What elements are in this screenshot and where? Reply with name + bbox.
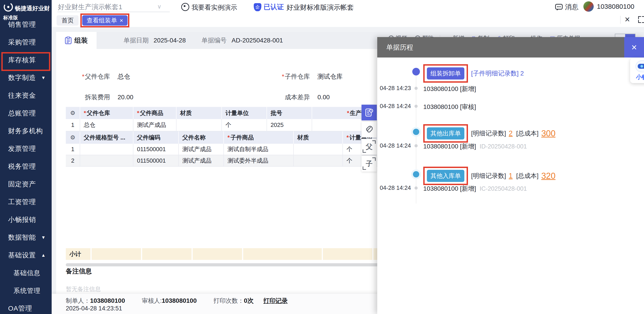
timeline-event: 1038080100 [审核] — [423, 103, 480, 111]
timeline-group-2: 其他入库单[明细记录数]1[总成本]320 — [423, 167, 559, 185]
parent-table-header-row: ⚙*父件仓库*父件商品材质计量单位批号*生产数量 — [66, 107, 378, 119]
sidebar-item-1[interactable]: 采购管理 — [0, 34, 52, 51]
child-table-row[interactable]: 1011500001测试产成品测试自制半成品个 — [66, 144, 378, 155]
doc-history-timeline: 组装拆卸单[子件明细记录数] 204-28 14:231038080100 [新… — [377, 58, 644, 314]
sidebar-item-8[interactable]: 税务管理 — [0, 158, 52, 176]
doc-date-label: 单据日期 — [124, 36, 149, 45]
annotation-box-badge: 其他入库单 — [423, 167, 468, 185]
timeline-meta: [总成本] — [516, 172, 539, 180]
parent-item-table: ⚙*父件仓库*父件商品材质计量单位批号*生产数量1总仓测试产成品个20251.0… — [66, 107, 378, 132]
timeline-event-doc-no: IC-20250428-001 — [480, 185, 527, 192]
required-asterisk: * — [228, 134, 230, 141]
chevron-up-icon: ▲ — [41, 253, 46, 258]
column-settings-gear-icon[interactable]: ⚙ — [66, 107, 80, 119]
timeline-meta: [明细记录数] — [471, 172, 506, 180]
tab-assembly[interactable]: 组装 — [56, 32, 96, 49]
account-selector-underline — [58, 12, 170, 12]
required-asterisk: * — [84, 110, 86, 116]
doc-history-button[interactable] — [362, 105, 377, 120]
tab-home[interactable]: 首页 — [56, 15, 78, 26]
print-log-link[interactable]: 打印记录 — [264, 298, 288, 304]
sidebar-item-15[interactable]: 系统管理 — [0, 282, 52, 300]
child-table-cell — [294, 155, 343, 167]
child-table-cell: 011500001 — [134, 155, 179, 167]
gear-icon: ⚙ — [70, 134, 75, 141]
doc-no-label: 单据编号 — [202, 36, 226, 45]
sidebar-item-label: 数据智能 — [8, 233, 36, 242]
sidebar-item-label: OA管理 — [8, 304, 32, 313]
child-table-col-header: 父件名称 — [179, 132, 224, 144]
timeline-event-text: 1038080100 [新增] — [423, 85, 476, 93]
close-tab-icon[interactable]: × — [120, 17, 123, 24]
sidebar-item-13[interactable]: 基础设置▲ — [0, 246, 52, 264]
sidebar-item-label: 系统管理 — [14, 286, 40, 295]
expand-parent-button[interactable]: 父 — [362, 139, 377, 154]
sidebar-item-11[interactable]: 小畅报销 — [0, 211, 52, 229]
sidebar-item-label: 基础信息 — [14, 269, 40, 278]
panel-close-button[interactable]: × — [624, 37, 644, 58]
sidebar-item-5[interactable]: 总账管理 — [0, 104, 52, 122]
child-item-table: ⚙父件规格型号 ...父件编码父件名称*子件商品材质*计量单位101150000… — [66, 132, 378, 167]
timeline-meta[interactable]: 2 — [509, 129, 513, 138]
child-char-icon: 子 — [366, 159, 372, 168]
parent-table-col-header: 材质 — [176, 107, 222, 119]
expand-child-button[interactable]: 子 — [362, 156, 377, 172]
timeline-meta: [子件明细记录数] 2 — [471, 69, 524, 78]
child-table-row[interactable]: 2011500001测试产成品测试委外半成品个 — [66, 155, 378, 167]
child-table-cell: 测试产成品 — [179, 144, 224, 155]
tab-view-assembly-order[interactable]: 查看组装单 × — [82, 15, 128, 26]
auditor-label: 审核人: — [142, 298, 162, 304]
sidebar-item-3[interactable]: 数字制造▼ — [0, 69, 52, 87]
close-icon[interactable]: × — [625, 14, 630, 24]
sidebar-item-14[interactable]: 基础信息 — [0, 264, 52, 282]
chevron-down-icon: ∨ — [157, 3, 162, 10]
child-table-cell — [80, 144, 134, 155]
floating-side-toolbar: 父 子 — [362, 105, 377, 173]
sidebar-item-label: 数字制造 — [8, 73, 36, 82]
timeline-event-text: 1038080100 [审核] — [423, 103, 476, 111]
user-id[interactable]: 1038080100 — [597, 3, 634, 10]
subtotal-cell — [193, 248, 242, 260]
topbar: 好业财生产演示帐套1 ∨ 我要看实例演示 企 已认证 好业财标准版演示帐套 消息… — [52, 0, 644, 13]
enterprise-shield-icon: 企 — [254, 3, 261, 11]
sidebar-item-7[interactable]: 发票管理 — [0, 140, 52, 158]
sidebar-item-16[interactable]: OA管理 — [0, 300, 52, 314]
sidebar-item-0[interactable]: 销售管理 — [0, 16, 52, 34]
child-table-col-header: 父件规格型号 ... — [80, 132, 134, 144]
parent-table-cell — [176, 119, 222, 132]
auditor-value: 1038080100 — [162, 297, 197, 304]
demo-example-link[interactable]: 我要看实例演示 — [181, 3, 237, 12]
maker-value: 1038080100 — [90, 297, 125, 304]
parent-table-row[interactable]: 1总仓测试产成品个20251.00 — [66, 119, 378, 132]
column-settings-gear-icon[interactable]: ⚙ — [66, 132, 80, 144]
parent-table-cell: 总仓 — [80, 119, 134, 132]
certified-badge[interactable]: 企 已认证 — [254, 2, 284, 12]
sidebar-item-label: 往来资金 — [8, 91, 36, 100]
doc-type-badge[interactable]: 其他入库单 — [427, 170, 464, 182]
chevron-down-icon: ▼ — [41, 75, 46, 80]
assistant-widget[interactable]: 小畅 — [630, 58, 644, 83]
sidebar-item-4[interactable]: 往来资金 — [0, 87, 52, 104]
doc-type-badge[interactable]: 其他出库单 — [427, 127, 464, 140]
sidebar-item-label: 工资管理 — [8, 198, 36, 207]
fullscreen-icon[interactable] — [638, 16, 644, 23]
doc-type-badge[interactable]: 组装拆卸单 — [427, 68, 464, 80]
attachment-button[interactable] — [362, 122, 377, 138]
subtotal-cell — [243, 248, 322, 260]
sidebar-item-10[interactable]: 工资管理 — [0, 193, 52, 211]
annotation-box-badge: 组装拆卸单 — [423, 64, 468, 83]
sidebar-item-9[interactable]: 固定资产 — [0, 176, 52, 193]
timeline-meta[interactable]: 300 — [541, 129, 555, 138]
timeline-event-time: 04-28 14:24 — [380, 103, 411, 110]
account-set-selector[interactable]: 好业财生产演示帐套1 — [58, 2, 166, 12]
messages-button[interactable]: 消息 — [555, 2, 578, 12]
sidebar-item-6[interactable]: 财务多机构 — [0, 122, 52, 140]
required-asterisk: * — [347, 110, 349, 116]
col-header-label: 父件仓库 — [87, 109, 110, 117]
sidebar-item-12[interactable]: 数据智能▼ — [0, 229, 52, 246]
timeline-meta: [明细记录数] — [471, 129, 506, 138]
avatar[interactable] — [583, 1, 594, 12]
timeline-meta[interactable]: 320 — [541, 171, 555, 181]
timeline-meta[interactable]: 1 — [509, 172, 513, 180]
print-count-value: 0次 — [244, 297, 254, 304]
